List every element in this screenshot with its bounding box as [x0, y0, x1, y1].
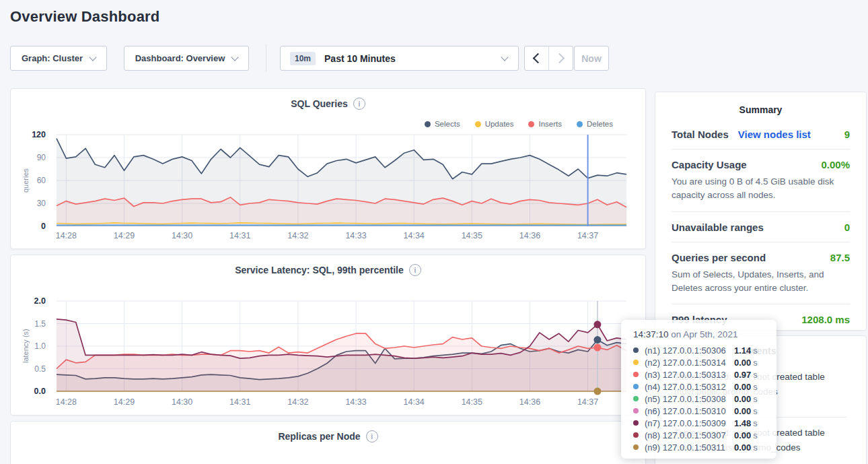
tooltip-timestamp: 14:37:10 on Apr 5th, 2021: [633, 329, 766, 339]
node-latency-value: 1.14: [734, 345, 751, 356]
node-latency-unit: s: [753, 394, 758, 404]
node-latency-unit: s: [753, 345, 758, 356]
chart-legend: SelectsUpdatesInsertsDeletes: [425, 120, 613, 128]
y-axis-label: 1.0: [34, 341, 46, 351]
info-icon[interactable]: i: [353, 98, 365, 110]
summary-title: Summary: [672, 104, 850, 115]
node-color-dot-icon: [633, 444, 639, 450]
node-address: (n5) 127.0.0.1:50308: [645, 394, 734, 404]
x-axis-label: 14:29: [114, 231, 135, 240]
legend-item-updates[interactable]: Updates: [475, 120, 514, 128]
x-axis-label: 14:33: [345, 397, 366, 407]
legend-label: Deletes: [587, 120, 613, 128]
tooltip-node-row: (n4) 127.0.0.1:503120.00s: [633, 380, 766, 393]
legend-item-selects[interactable]: Selects: [425, 120, 460, 128]
summary-value: 0.00%: [821, 159, 850, 170]
legend-dot-icon: [475, 121, 481, 127]
node-latency-value: 0.97: [734, 370, 751, 380]
node-color-dot-icon: [633, 396, 639, 401]
time-range-badge: 10m: [290, 52, 316, 65]
chart-hover-tooltip: 14:37:10 on Apr 5th, 2021 (n1) 127.0.0.1…: [621, 320, 776, 459]
info-icon[interactable]: i: [409, 264, 421, 276]
summary-card: Summary Total Nodes View nodes list 9 Ca…: [655, 92, 867, 331]
x-axis-label: 14:35: [462, 397, 482, 407]
x-axis-label: 14:32: [287, 231, 308, 240]
legend-dot-icon: [528, 121, 534, 127]
y-axis-label: 0: [41, 222, 46, 231]
time-range-dropdown[interactable]: 10m Past 10 Minutes: [280, 46, 519, 71]
tooltip-node-row: (n1) 127.0.0.1:503061.14s: [633, 344, 766, 356]
tooltip-node-row: (n7) 127.0.0.1:503091.48s: [633, 417, 766, 429]
summary-value: 87.5: [830, 252, 850, 263]
info-icon[interactable]: i: [366, 430, 378, 442]
x-axis-label: 14:32: [287, 397, 308, 407]
sql-queries-svg: [57, 135, 626, 226]
legend-item-inserts[interactable]: Inserts: [528, 120, 562, 128]
x-axis-label: 14:28: [56, 231, 77, 240]
y-axis-label: 1.5: [34, 319, 46, 329]
summary-value: 1208.0 ms: [801, 314, 850, 325]
node-address: (n9) 127.0.0.1:50311: [645, 442, 734, 453]
summary-row-unavailable-ranges: Unavailable ranges 0: [672, 212, 850, 242]
node-latency-value: 0.00: [734, 358, 751, 368]
chevron-down-icon: [89, 53, 96, 61]
x-axis-label: 14:37: [577, 397, 598, 407]
legend-dot-icon: [577, 121, 583, 127]
tooltip-node-row: (n8) 127.0.0.1:503070.00s: [633, 429, 766, 441]
chevron-right-icon: [554, 53, 565, 64]
y-axis-labels: 0.00.51.01.52.0: [11, 301, 51, 391]
node-latency-unit: s: [753, 442, 758, 453]
x-axis-label: 14:34: [404, 231, 425, 240]
legend-item-deletes[interactable]: Deletes: [577, 120, 613, 128]
x-axis-label: 14:34: [404, 397, 425, 407]
legend-dot-icon: [425, 121, 431, 127]
time-step-forward-button[interactable]: [548, 46, 573, 70]
node-address: (n2) 127.0.0.1:50314: [645, 358, 734, 368]
node-color-dot-icon: [633, 432, 639, 438]
dashboard-dropdown[interactable]: Dashboard: Overview: [124, 46, 249, 71]
chevron-left-icon: [533, 53, 544, 64]
node-address: (n8) 127.0.0.1:50307: [645, 430, 734, 440]
chevron-down-icon: [231, 53, 239, 61]
node-latency-unit: s: [753, 418, 758, 428]
y-axis-label: 0.5: [34, 364, 46, 374]
hover-data-point: [593, 344, 601, 352]
x-axis-label: 14:31: [229, 231, 250, 240]
replicas-per-node-panel: Replicas per Nodei: [10, 421, 646, 464]
node-color-dot-icon: [633, 372, 639, 377]
node-latency-value: 0.00: [734, 430, 751, 440]
y-axis-label: 120: [32, 130, 46, 139]
hover-data-point: [593, 321, 601, 328]
tooltip-node-row: (n3) 127.0.0.1:503130.97s: [633, 368, 766, 380]
summary-label: Capacity Usage: [672, 159, 747, 170]
x-axis-label: 14:30: [172, 397, 192, 407]
node-latency-value: 0.00: [734, 406, 751, 416]
view-nodes-list-link[interactable]: View nodes list: [738, 129, 811, 140]
time-step-back-button[interactable]: [525, 46, 548, 70]
node-latency-value: 1.48: [734, 418, 751, 428]
service-latency-svg: [57, 301, 626, 391]
service-latency-plot[interactable]: [57, 301, 626, 391]
chart-title: Replicas per Nodei: [11, 430, 645, 442]
tooltip-rows: (n1) 127.0.0.1:503061.14s(n2) 127.0.0.1:…: [633, 344, 766, 453]
node-address: (n7) 127.0.0.1:50309: [645, 418, 734, 428]
node-color-dot-icon: [633, 408, 639, 413]
node-latency-value: 0.00: [734, 442, 751, 453]
sql-queries-panel: SQL Queriesi SelectsUpdatesInsertsDelete…: [10, 88, 646, 249]
summary-label: Total Nodes: [672, 129, 729, 140]
chevron-down-icon: [501, 53, 508, 61]
legend-label: Inserts: [538, 120, 562, 128]
now-button[interactable]: Now: [574, 46, 609, 71]
sql-queries-plot[interactable]: [57, 135, 626, 226]
x-axis-label: 14:29: [114, 397, 135, 407]
graph-scope-dropdown[interactable]: Graph: Cluster: [10, 46, 107, 71]
node-latency-unit: s: [753, 358, 758, 368]
chart-title: SQL Queriesi: [11, 98, 645, 110]
summary-row-total-nodes: Total Nodes View nodes list 9: [672, 119, 850, 150]
summary-value: 0: [844, 222, 850, 233]
node-color-dot-icon: [633, 384, 639, 389]
y-axis-label: 30: [37, 199, 46, 208]
node-latency-unit: s: [753, 406, 758, 416]
summary-row-capacity-usage: Capacity Usage 0.00% You are using 0 B o…: [672, 150, 850, 212]
y-axis-label: 90: [37, 153, 46, 162]
